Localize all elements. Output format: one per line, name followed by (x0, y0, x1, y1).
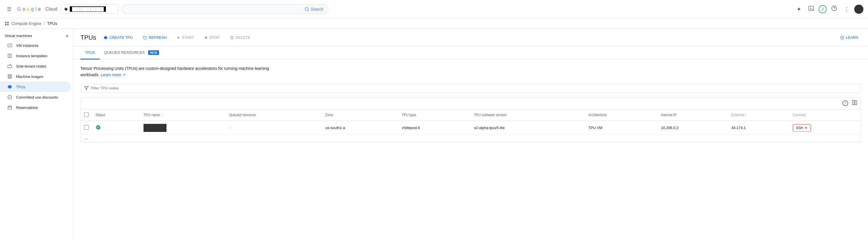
sidebar-item-vm-instances[interactable]: VM instances (0, 40, 71, 51)
expand-row: — (81, 135, 861, 142)
row-checkbox[interactable] (84, 125, 89, 130)
svg-rect-7 (7, 22, 9, 23)
help-icon (831, 5, 837, 11)
tab-queued-resources[interactable]: QUEUED RESOURCES NEW (100, 46, 164, 59)
table-help-button[interactable]: ? (842, 100, 848, 106)
sidebar-item-label: TPUs (16, 85, 26, 89)
svg-marker-26 (178, 36, 180, 39)
row-tpu-type: v5litepod-8 (398, 121, 471, 135)
tabs: TPUS QUEUED RESOURCES NEW (73, 46, 868, 59)
svg-marker-25 (104, 36, 107, 39)
svg-marker-31 (84, 86, 88, 90)
sidebar-item-label: Reservations (16, 105, 38, 110)
sidebar-item-label: Instance templates (16, 54, 48, 58)
column-picker-icon (851, 100, 857, 105)
gem-button[interactable]: ✦ (794, 3, 804, 15)
svg-rect-18 (9, 76, 11, 78)
svg-rect-8 (5, 24, 7, 25)
instance-templates-icon (7, 53, 12, 58)
sidebar-item-instance-templates[interactable]: Instance templates (0, 51, 71, 61)
search-bar: Search (122, 4, 329, 14)
expand-icon[interactable]: — (84, 136, 88, 141)
ssh-dropdown-arrow[interactable]: ▼ (804, 126, 808, 130)
col-status: Status (92, 109, 140, 121)
sidebar-section-header[interactable]: Virtual machines ∧ (0, 31, 73, 40)
tpu-name-block (144, 124, 166, 132)
breadcrumb-current: TPUs (47, 21, 57, 26)
start-button[interactable]: START (174, 34, 197, 42)
sidebar-item-sole-tenant-nodes[interactable]: Sole-tenant nodes (0, 61, 71, 71)
svg-rect-33 (855, 100, 857, 105)
search-button[interactable]: Search (305, 7, 323, 11)
new-badge: NEW (148, 50, 159, 55)
tpus-icon (7, 84, 12, 89)
delete-icon (230, 36, 234, 40)
hamburger-menu[interactable]: ☰ (5, 4, 14, 15)
notification-badge[interactable]: 2 (818, 5, 827, 13)
col-tpu-name[interactable]: TPU name ↑ (140, 109, 226, 121)
page-title: TPUs (81, 34, 96, 42)
tab-tpus[interactable]: TPUS (81, 46, 100, 59)
table-header-bar: ? (81, 98, 861, 109)
svg-rect-17 (8, 75, 11, 78)
status-ok-icon (96, 125, 101, 130)
col-zone: Zone (322, 109, 398, 121)
terminal-button[interactable] (806, 3, 816, 15)
svg-rect-16 (8, 65, 11, 68)
row-internal-ip: 10.206.0.2 (657, 121, 727, 135)
sidebar-item-label: VM instances (16, 44, 38, 48)
svg-point-0 (305, 7, 308, 11)
select-all-checkbox[interactable] (84, 112, 89, 117)
svg-rect-27 (205, 36, 207, 38)
create-tpu-button[interactable]: CREATE TPU (101, 34, 135, 42)
sidebar-item-machine-images[interactable]: Machine images (0, 71, 71, 82)
sidebar-item-reservations[interactable]: Reservations (0, 102, 71, 113)
stop-icon (205, 36, 208, 39)
sidebar-item-label: Sole-tenant nodes (16, 64, 46, 69)
col-queued-resource: Queued resource (226, 109, 322, 121)
svg-rect-6 (5, 22, 7, 23)
filter-input[interactable] (91, 86, 857, 90)
help-button[interactable] (829, 3, 839, 15)
table-header-row: Status TPU name ↑ Queued resource Zone T… (81, 109, 861, 121)
row-zone: us-south1-a (322, 121, 398, 135)
col-tpu-type: TPU type (398, 109, 471, 121)
page-header: TPUs CREATE TPU REFRESH START STOP DELET… (73, 29, 868, 46)
learn-more-link[interactable]: Learn more ↗ (101, 73, 126, 77)
avatar[interactable] (854, 5, 863, 14)
project-name: ████████████ (70, 6, 106, 12)
machine-images-icon (7, 74, 12, 79)
svg-line-1 (308, 10, 309, 11)
column-picker-button[interactable] (851, 100, 857, 107)
row-queued-resource: - (226, 121, 322, 135)
create-tpu-icon (104, 36, 107, 40)
table-container: ? Status (81, 97, 861, 142)
ssh-button[interactable]: SSH ▼ (793, 124, 811, 132)
row-tpu-software-version: v2-alpha-tpuv5-lite (470, 121, 585, 135)
vm-instances-icon (7, 43, 12, 48)
more-button[interactable]: ⋮ (842, 3, 852, 15)
search-icon (305, 7, 309, 11)
learn-button[interactable]: LEARN (837, 34, 861, 42)
row-checkbox-cell (81, 121, 92, 135)
stop-button[interactable]: STOP (202, 34, 222, 42)
search-input[interactable] (127, 7, 302, 11)
main-content: TPUs CREATE TPU REFRESH START STOP DELET… (73, 29, 868, 239)
table-row: - us-south1-a v5litepod-8 v2-alpha-tpuv5… (81, 121, 861, 135)
refresh-button[interactable]: REFRESH (140, 34, 169, 42)
row-status (92, 121, 140, 135)
terminal-icon (808, 5, 814, 11)
col-architecture: Architecture (585, 109, 658, 121)
filter-bar (81, 84, 861, 92)
col-connect: Connect (789, 109, 861, 121)
breadcrumb-parent[interactable]: Compute Engine (11, 21, 41, 26)
refresh-icon (143, 36, 147, 40)
delete-button[interactable]: DELETE (227, 34, 253, 42)
sidebar-item-label: Committed use discounts (16, 95, 58, 100)
start-icon (177, 36, 180, 39)
google-cloud-logo: Google Cloud (17, 7, 57, 12)
project-selector[interactable]: ████████████ (61, 4, 118, 14)
row-tpu-name (140, 121, 226, 135)
sidebar-item-tpus[interactable]: TPUs (0, 82, 71, 92)
sidebar-item-committed-use-discounts[interactable]: Committed use discounts (0, 92, 71, 102)
